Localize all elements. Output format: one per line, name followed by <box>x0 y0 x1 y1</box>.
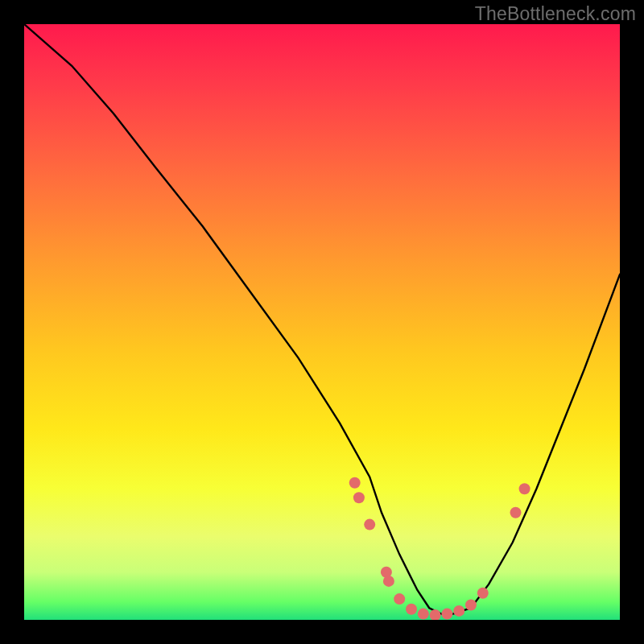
curve-marker <box>406 604 417 615</box>
curve-marker <box>510 507 522 518</box>
plot-area <box>24 24 620 620</box>
curve-marker <box>383 576 394 587</box>
curve-marker <box>418 609 429 620</box>
curve-marker <box>465 600 477 611</box>
curve-marker <box>394 593 405 605</box>
curve-marker <box>349 477 361 489</box>
bottleneck-curve <box>24 24 620 614</box>
chart-svg <box>24 24 620 620</box>
curve-marker <box>353 492 365 503</box>
curve-marker <box>364 519 375 530</box>
curve-marker <box>453 605 464 617</box>
curve-marker <box>477 588 489 599</box>
curve-marker <box>441 609 452 620</box>
chart-frame: TheBottleneck.com <box>0 0 644 644</box>
curve-marker <box>519 483 530 494</box>
curve-marker <box>430 609 441 620</box>
watermark-text: TheBottleneck.com <box>475 3 636 25</box>
